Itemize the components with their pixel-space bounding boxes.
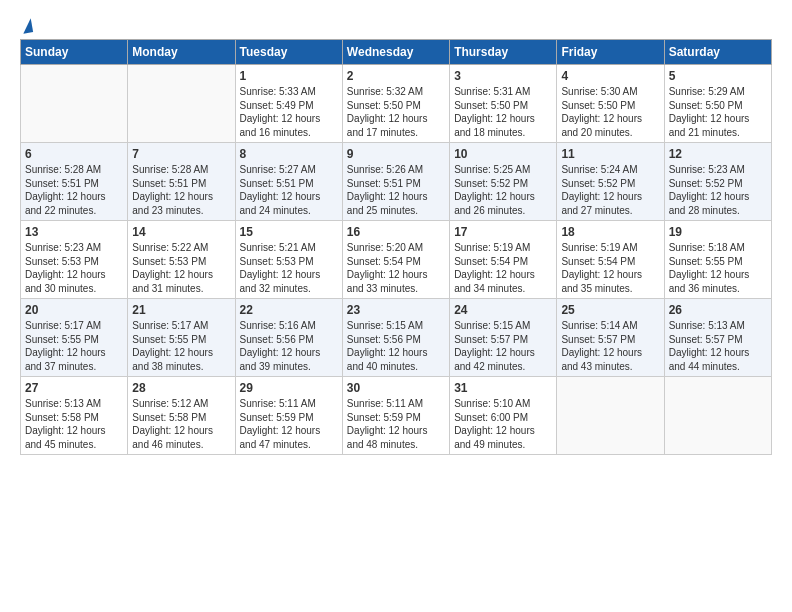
calendar-cell: 21Sunrise: 5:17 AM Sunset: 5:55 PM Dayli… [128,299,235,377]
col-header-wednesday: Wednesday [342,40,449,65]
day-info: Sunrise: 5:32 AM Sunset: 5:50 PM Dayligh… [347,85,445,139]
day-number: 22 [240,303,338,317]
col-header-thursday: Thursday [450,40,557,65]
day-number: 16 [347,225,445,239]
col-header-saturday: Saturday [664,40,771,65]
calendar-cell [664,377,771,455]
day-info: Sunrise: 5:11 AM Sunset: 5:59 PM Dayligh… [347,397,445,451]
calendar-cell: 3Sunrise: 5:31 AM Sunset: 5:50 PM Daylig… [450,65,557,143]
header [20,15,772,33]
day-info: Sunrise: 5:24 AM Sunset: 5:52 PM Dayligh… [561,163,659,217]
day-info: Sunrise: 5:23 AM Sunset: 5:52 PM Dayligh… [669,163,767,217]
day-info: Sunrise: 5:26 AM Sunset: 5:51 PM Dayligh… [347,163,445,217]
calendar-cell: 20Sunrise: 5:17 AM Sunset: 5:55 PM Dayli… [21,299,128,377]
week-row-4: 20Sunrise: 5:17 AM Sunset: 5:55 PM Dayli… [21,299,772,377]
day-info: Sunrise: 5:18 AM Sunset: 5:55 PM Dayligh… [669,241,767,295]
day-number: 14 [132,225,230,239]
logo-bird-icon [21,18,33,34]
day-info: Sunrise: 5:22 AM Sunset: 5:53 PM Dayligh… [132,241,230,295]
col-header-friday: Friday [557,40,664,65]
calendar-cell: 25Sunrise: 5:14 AM Sunset: 5:57 PM Dayli… [557,299,664,377]
col-header-sunday: Sunday [21,40,128,65]
calendar-cell: 30Sunrise: 5:11 AM Sunset: 5:59 PM Dayli… [342,377,449,455]
week-row-3: 13Sunrise: 5:23 AM Sunset: 5:53 PM Dayli… [21,221,772,299]
day-number: 31 [454,381,552,395]
calendar-cell: 28Sunrise: 5:12 AM Sunset: 5:58 PM Dayli… [128,377,235,455]
calendar-cell: 27Sunrise: 5:13 AM Sunset: 5:58 PM Dayli… [21,377,128,455]
calendar-cell: 1Sunrise: 5:33 AM Sunset: 5:49 PM Daylig… [235,65,342,143]
day-info: Sunrise: 5:16 AM Sunset: 5:56 PM Dayligh… [240,319,338,373]
col-header-monday: Monday [128,40,235,65]
day-info: Sunrise: 5:33 AM Sunset: 5:49 PM Dayligh… [240,85,338,139]
day-info: Sunrise: 5:28 AM Sunset: 5:51 PM Dayligh… [132,163,230,217]
day-number: 11 [561,147,659,161]
calendar-cell [557,377,664,455]
day-info: Sunrise: 5:21 AM Sunset: 5:53 PM Dayligh… [240,241,338,295]
calendar-cell: 2Sunrise: 5:32 AM Sunset: 5:50 PM Daylig… [342,65,449,143]
calendar-cell: 18Sunrise: 5:19 AM Sunset: 5:54 PM Dayli… [557,221,664,299]
calendar-cell: 19Sunrise: 5:18 AM Sunset: 5:55 PM Dayli… [664,221,771,299]
day-number: 2 [347,69,445,83]
day-info: Sunrise: 5:27 AM Sunset: 5:51 PM Dayligh… [240,163,338,217]
calendar-cell [128,65,235,143]
day-info: Sunrise: 5:14 AM Sunset: 5:57 PM Dayligh… [561,319,659,373]
day-number: 5 [669,69,767,83]
day-number: 7 [132,147,230,161]
day-number: 19 [669,225,767,239]
day-info: Sunrise: 5:13 AM Sunset: 5:57 PM Dayligh… [669,319,767,373]
week-row-5: 27Sunrise: 5:13 AM Sunset: 5:58 PM Dayli… [21,377,772,455]
day-number: 13 [25,225,123,239]
day-number: 27 [25,381,123,395]
day-info: Sunrise: 5:25 AM Sunset: 5:52 PM Dayligh… [454,163,552,217]
day-number: 28 [132,381,230,395]
calendar-cell: 23Sunrise: 5:15 AM Sunset: 5:56 PM Dayli… [342,299,449,377]
day-number: 21 [132,303,230,317]
day-number: 26 [669,303,767,317]
calendar-header-row: SundayMondayTuesdayWednesdayThursdayFrid… [21,40,772,65]
calendar-cell: 12Sunrise: 5:23 AM Sunset: 5:52 PM Dayli… [664,143,771,221]
calendar-cell: 29Sunrise: 5:11 AM Sunset: 5:59 PM Dayli… [235,377,342,455]
calendar-cell: 13Sunrise: 5:23 AM Sunset: 5:53 PM Dayli… [21,221,128,299]
calendar-cell: 22Sunrise: 5:16 AM Sunset: 5:56 PM Dayli… [235,299,342,377]
day-info: Sunrise: 5:12 AM Sunset: 5:58 PM Dayligh… [132,397,230,451]
day-number: 12 [669,147,767,161]
calendar-cell: 26Sunrise: 5:13 AM Sunset: 5:57 PM Dayli… [664,299,771,377]
day-info: Sunrise: 5:30 AM Sunset: 5:50 PM Dayligh… [561,85,659,139]
calendar-cell: 17Sunrise: 5:19 AM Sunset: 5:54 PM Dayli… [450,221,557,299]
day-number: 4 [561,69,659,83]
day-info: Sunrise: 5:11 AM Sunset: 5:59 PM Dayligh… [240,397,338,451]
day-number: 23 [347,303,445,317]
day-number: 10 [454,147,552,161]
day-info: Sunrise: 5:20 AM Sunset: 5:54 PM Dayligh… [347,241,445,295]
day-number: 6 [25,147,123,161]
day-info: Sunrise: 5:29 AM Sunset: 5:50 PM Dayligh… [669,85,767,139]
day-number: 1 [240,69,338,83]
day-number: 17 [454,225,552,239]
day-number: 24 [454,303,552,317]
day-number: 25 [561,303,659,317]
day-info: Sunrise: 5:17 AM Sunset: 5:55 PM Dayligh… [25,319,123,373]
day-info: Sunrise: 5:17 AM Sunset: 5:55 PM Dayligh… [132,319,230,373]
day-number: 3 [454,69,552,83]
calendar-cell: 7Sunrise: 5:28 AM Sunset: 5:51 PM Daylig… [128,143,235,221]
calendar-cell: 11Sunrise: 5:24 AM Sunset: 5:52 PM Dayli… [557,143,664,221]
day-number: 20 [25,303,123,317]
calendar-cell: 9Sunrise: 5:26 AM Sunset: 5:51 PM Daylig… [342,143,449,221]
day-number: 29 [240,381,338,395]
day-info: Sunrise: 5:13 AM Sunset: 5:58 PM Dayligh… [25,397,123,451]
calendar-cell: 16Sunrise: 5:20 AM Sunset: 5:54 PM Dayli… [342,221,449,299]
day-info: Sunrise: 5:23 AM Sunset: 5:53 PM Dayligh… [25,241,123,295]
day-info: Sunrise: 5:31 AM Sunset: 5:50 PM Dayligh… [454,85,552,139]
day-number: 18 [561,225,659,239]
calendar-table: SundayMondayTuesdayWednesdayThursdayFrid… [20,39,772,455]
calendar-cell: 15Sunrise: 5:21 AM Sunset: 5:53 PM Dayli… [235,221,342,299]
calendar-cell: 10Sunrise: 5:25 AM Sunset: 5:52 PM Dayli… [450,143,557,221]
col-header-tuesday: Tuesday [235,40,342,65]
day-number: 15 [240,225,338,239]
day-info: Sunrise: 5:19 AM Sunset: 5:54 PM Dayligh… [454,241,552,295]
week-row-2: 6Sunrise: 5:28 AM Sunset: 5:51 PM Daylig… [21,143,772,221]
calendar-cell: 5Sunrise: 5:29 AM Sunset: 5:50 PM Daylig… [664,65,771,143]
calendar-cell: 24Sunrise: 5:15 AM Sunset: 5:57 PM Dayli… [450,299,557,377]
calendar-cell [21,65,128,143]
day-number: 8 [240,147,338,161]
